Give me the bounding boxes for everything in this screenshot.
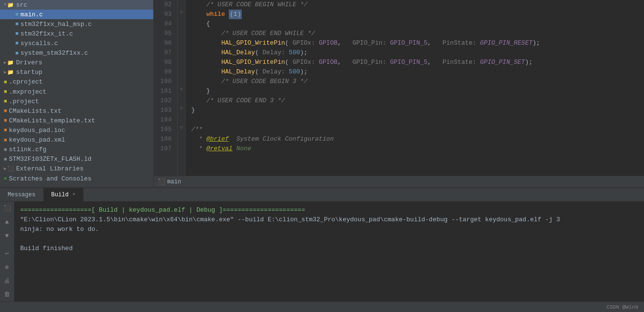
folder-icon: 📁 <box>7 2 14 8</box>
breadcrumb-icon: ⬛ <box>158 178 165 186</box>
down-icon: ▼ <box>5 232 9 240</box>
output-line-2: "E:\Clion\CLion 2023.1.5\bin\cmake\win\x… <box>20 215 638 225</box>
paren-close-98: ); <box>525 58 533 67</box>
code-line-92: /* USER CODE BEGIN WHILE */ <box>191 0 638 10</box>
comma-98a: , <box>337 58 341 67</box>
editor-breadcrumb: ⬛ main <box>154 176 644 187</box>
xml-icon4: ■ <box>4 137 7 143</box>
sidebar-item-external-libs[interactable]: ▶ ⬛ External Libraries <box>0 164 153 174</box>
sidebar-label-cproject: .cproject <box>9 78 43 85</box>
print-icon: 🖨 <box>4 277 10 285</box>
panel-down-button[interactable]: ▼ <box>2 231 12 241</box>
panel-print-button[interactable]: 🖨 <box>2 276 12 286</box>
sidebar-item-scratches[interactable]: ● Scratches and Consoles <box>0 174 153 183</box>
output-line-4 <box>20 234 638 244</box>
output-line-5: Build finished <box>20 244 638 253</box>
status-bar: CSDN @Win9 <box>0 301 644 312</box>
sidebar-item-drivers[interactable]: ▶ 📁 Drivers <box>0 58 153 68</box>
fold-103[interactable]: ▽ <box>178 106 185 115</box>
sidebar-item-main-c[interactable]: ■ main.c <box>0 10 153 19</box>
code-line-96: HAL_GPIO_WritePin( GPIOx: GPIOB, GPIO_Pi… <box>191 38 638 48</box>
scratch-icon: ● <box>4 176 7 181</box>
fn-hal-delay-99: HAL_Delay <box>221 67 255 77</box>
tab-messages[interactable]: Messages <box>0 188 44 202</box>
pin-icon: ⊕ <box>5 264 9 271</box>
sidebar-item-hal-it[interactable]: ■ stm32f1xx_it.c <box>0 29 153 38</box>
sidebar-item-ld[interactable]: ■ STM32F103ZETx_FLASH.ld <box>0 155 153 164</box>
code-line-99: HAL_Delay( Delay: 500); <box>191 67 638 77</box>
breadcrumb-text: main <box>167 179 181 185</box>
code-line-103: } <box>191 106 638 115</box>
line-num-96: 96 <box>158 38 173 48</box>
sidebar-item-src[interactable]: ▼ 📁 src <box>0 0 153 10</box>
line-num-106: 106 <box>158 134 173 144</box>
sidebar-item-cfg[interactable]: ■ stlink.cfg <box>0 145 153 155</box>
param-pin5-96: GPIO_PIN_5 <box>386 38 428 48</box>
fn-hal-write-96: HAL_GPIO_WritePin <box>221 38 285 48</box>
comment-106a: * <box>191 134 206 144</box>
panel-pin-button[interactable]: ⊕ <box>2 262 12 272</box>
sidebar-label-ld: STM32F103ZETx_FLASH.ld <box>9 156 92 163</box>
sidebar-item-mxproject[interactable]: ■ .mxproject <box>0 87 153 96</box>
panel-content: ⬛ ▲ ▼ ↩ ⊕ 🖨 🗑 ===================[ Bu <box>0 202 644 301</box>
code-line-93: while (1) <box>191 10 638 19</box>
comment-102: /* USER CODE END 3 */ <box>191 96 285 106</box>
retval-none: None <box>236 144 251 154</box>
comma-96b: , <box>428 38 432 48</box>
fold-107 <box>178 144 185 154</box>
fold-93[interactable]: ▽ <box>178 10 185 19</box>
code-content[interactable]: /* USER CODE BEGIN WHILE */ while (1) { … <box>186 0 644 176</box>
comment-107b <box>233 144 236 154</box>
sidebar-label-main-c: main.c <box>21 11 43 18</box>
panel-sidebar: ⬛ ▲ ▼ ↩ ⊕ 🖨 🗑 <box>0 202 14 301</box>
comment-100: /* USER CODE BEGIN 3 */ <box>191 77 308 86</box>
panel-trash-button[interactable]: 🗑 <box>2 289 12 300</box>
sidebar-label-drivers: Drivers <box>16 59 42 66</box>
sidebar-item-project[interactable]: ■ .project <box>0 96 153 106</box>
fold-104 <box>178 115 185 125</box>
xml-icon2: ■ <box>4 89 7 95</box>
fold-101[interactable]: ▽ <box>178 86 185 96</box>
paren-close-96: ); <box>533 38 540 48</box>
sidebar-item-cmakelists-tpl[interactable]: ■ CMakeLists_template.txt <box>0 116 153 125</box>
brace-open: { <box>191 19 210 29</box>
tab-build[interactable]: Build × <box>44 188 84 202</box>
fold-97 <box>178 48 185 58</box>
sidebar-item-cmakelists[interactable]: ■ CMakeLists.txt <box>0 106 153 116</box>
panel-up-button[interactable]: ▲ <box>2 217 12 228</box>
sidebar-item-system[interactable]: ■ system_stm32f1xx.c <box>0 48 153 58</box>
panel-wrap-button[interactable]: ↩ <box>2 249 12 259</box>
c-file-icon: ■ <box>15 12 19 17</box>
sidebar-item-xml[interactable]: ■ keydous_pad.xml <box>0 135 153 145</box>
fold-99 <box>178 67 185 77</box>
line-num-104: 104 <box>158 115 173 125</box>
sidebar-item-startup[interactable]: ▶ 📁 startup <box>0 68 153 77</box>
line-num-103: 103 <box>158 106 173 115</box>
panel-stop-button[interactable]: ⬛ <box>2 204 12 214</box>
up-icon: ▲ <box>5 218 9 226</box>
code-line-107: * @retval None <box>191 144 638 154</box>
fold-96 <box>178 38 185 48</box>
sidebar-label-ioc: keydous_pad.ioc <box>9 127 65 134</box>
code-line-98: HAL_GPIO_WritePin( GPIOx: GPIOB, GPIO_Pi… <box>191 58 638 67</box>
param-gpiox-label-98: GPIOx: <box>289 58 315 67</box>
editor-area: 92 93 94 95 96 97 98 99 100 101 102 103 … <box>154 0 644 187</box>
sidebar-item-cproject[interactable]: ■ .cproject <box>0 77 153 87</box>
c-file-icon5: ■ <box>15 50 19 56</box>
tab-messages-label: Messages <box>8 192 36 198</box>
tab-build-close[interactable]: × <box>73 192 75 197</box>
code-line-101: } <box>191 86 638 96</box>
sidebar-item-ioc[interactable]: ■ keydous_pad.ioc <box>0 125 153 135</box>
code-indent-93 <box>191 10 206 19</box>
fn-hal-delay-97: HAL_Delay <box>221 48 255 58</box>
line-num-98: 98 <box>158 58 173 67</box>
fold-105[interactable]: ▽ <box>178 125 185 134</box>
sidebar-item-syscalls[interactable]: ■ syscalls.c <box>0 38 153 48</box>
fold-100 <box>178 77 185 86</box>
code-line-104 <box>191 115 638 125</box>
sidebar-label-cmakelists-tpl: CMakeLists_template.txt <box>9 117 95 124</box>
sidebar-item-hal-msp[interactable]: ■ stm32f1xx_hal_msp.c <box>0 19 153 29</box>
sidebar-label-startup: startup <box>16 69 42 76</box>
chevron-down-icon: ▼ <box>4 2 6 7</box>
line-num-100: 100 <box>158 77 173 86</box>
